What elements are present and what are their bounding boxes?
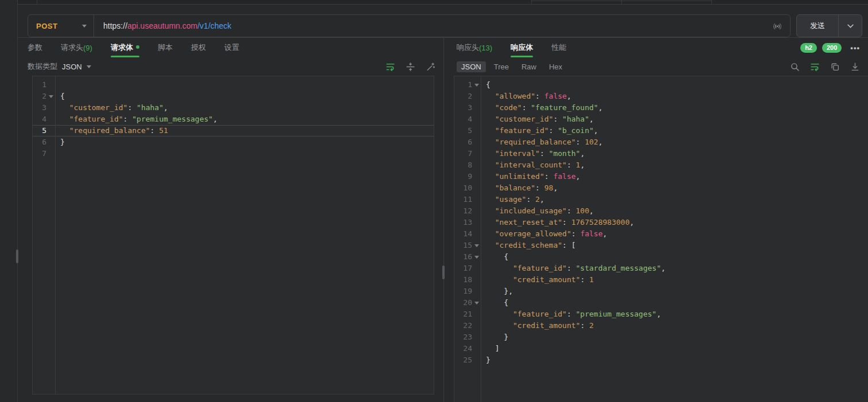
- line-number: 6: [468, 136, 472, 148]
- fold-caret-icon[interactable]: [474, 302, 479, 307]
- tab-auth[interactable]: 授权: [191, 38, 206, 57]
- code-line: 12 "included_usage": 100,: [454, 205, 868, 217]
- tab-divider: [711, 0, 712, 5]
- datatype-value[interactable]: JSON: [62, 63, 82, 71]
- response-body-editor[interactable]: 1{2 "allowed": false,3 "code": "feature_…: [454, 76, 868, 402]
- method-select[interactable]: POST: [28, 15, 94, 37]
- code-line: 21 "feature_id": "premium_messages",: [454, 309, 868, 320]
- code-line: 23 }: [454, 331, 868, 343]
- code-line: 15 "credit_schema": [: [454, 240, 868, 251]
- tab-label: 响应头: [457, 42, 479, 53]
- line-number: 14: [463, 228, 472, 240]
- line-number: 24: [463, 343, 472, 354]
- response-tabs: 响应头(13) 响应体 性能 h2 200 •••: [444, 38, 868, 57]
- view-tab-tree[interactable]: Tree: [489, 61, 513, 72]
- tab-top-edge: [531, 1, 711, 1]
- code-line: 19 },: [454, 286, 868, 297]
- code-line: 22 "credit_amount": 2: [454, 320, 868, 331]
- method-label: POST: [36, 22, 57, 30]
- search-icon[interactable]: [788, 60, 801, 73]
- line-number: 5: [42, 125, 46, 136]
- fold-caret-icon[interactable]: [474, 244, 479, 249]
- more-options-icon[interactable]: •••: [850, 44, 860, 52]
- panel-resize-handle[interactable]: [442, 266, 445, 279]
- chevron-down-icon[interactable]: [87, 65, 91, 71]
- code-line: 10 "balance": 98,: [454, 182, 868, 194]
- line-number: 4: [42, 114, 46, 125]
- tab-count: (9): [83, 44, 92, 52]
- line-number: 22: [463, 320, 472, 331]
- tab-request-body[interactable]: 请求体: [111, 38, 139, 57]
- response-toolbar-icons: [788, 57, 861, 76]
- fold-caret-icon[interactable]: [474, 84, 479, 89]
- send-button[interactable]: 发送: [797, 15, 838, 37]
- line-number: 2: [468, 91, 472, 102]
- response-view-row: JSON Tree Raw Hex: [444, 57, 868, 76]
- request-body-editor[interactable]: 12{3 "customer_id": "haha",4 "feature_id…: [32, 76, 434, 395]
- tab-performance[interactable]: 性能: [551, 38, 566, 57]
- code-line: 9 "unlimited": false,: [454, 171, 868, 182]
- line-number: 15: [463, 240, 472, 251]
- send-options-button[interactable]: [838, 15, 862, 37]
- code-line: 4 "feature_id": "premium_messages",: [33, 114, 434, 125]
- code-line: 2 "allowed": false,: [454, 91, 868, 102]
- body-type-row: 数据类型 JSON: [18, 57, 443, 76]
- line-number: 12: [463, 205, 472, 217]
- code-line: 5 "required_balance": 51: [33, 125, 434, 136]
- line-number: 8: [468, 159, 472, 171]
- format-magic-wand-icon[interactable]: [424, 60, 437, 73]
- tab-response-headers[interactable]: 响应头(13): [457, 38, 492, 57]
- code-line: 6}: [33, 136, 434, 148]
- code-line: 11 "usage": 2,: [454, 194, 868, 205]
- send-button-group: 发送: [796, 14, 862, 37]
- view-tab-json[interactable]: JSON: [457, 61, 486, 72]
- gutter-divider: [55, 76, 56, 394]
- word-wrap-icon[interactable]: [384, 60, 396, 73]
- word-wrap-icon[interactable]: [808, 60, 821, 73]
- code-line: 13 "next_reset_at": 1767528983000,: [454, 217, 868, 228]
- response-panel: 响应头(13) 响应体 性能 h2 200 ••• JSON Tree Raw …: [443, 38, 868, 402]
- realtime-broadcast-icon[interactable]: [772, 21, 783, 33]
- tab-label: 性能: [551, 42, 566, 53]
- line-number: 11: [463, 194, 472, 205]
- line-number: 1: [468, 79, 472, 91]
- line-number: 1: [42, 79, 46, 91]
- fold-caret-icon[interactable]: [49, 95, 53, 100]
- line-number: 25: [463, 354, 472, 366]
- line-number: 18: [463, 274, 472, 286]
- tab-label: 参数: [28, 42, 42, 53]
- view-tab-hex[interactable]: Hex: [544, 61, 567, 72]
- code-line: 3 "code": "feature_found",: [454, 102, 868, 114]
- tab-params[interactable]: 参数: [28, 38, 42, 57]
- tab-response-body[interactable]: 响应体: [511, 38, 533, 57]
- line-number: 3: [468, 102, 472, 114]
- line-number: 7: [468, 148, 472, 159]
- protocol-badge: h2: [800, 43, 817, 53]
- code-line: 20 {: [454, 297, 868, 309]
- chevron-down-icon: [847, 24, 854, 28]
- copy-icon[interactable]: [828, 60, 841, 73]
- url-scheme: https://: [103, 21, 127, 30]
- tab-settings[interactable]: 设置: [224, 38, 239, 57]
- request-toolbar: POST https://api.useautumn.com/v1/check …: [18, 5, 868, 38]
- code-lines: 1{2 "allowed": false,3 "code": "feature_…: [454, 76, 868, 366]
- tab-label: 响应体: [511, 42, 533, 53]
- tab-label: 请求体: [111, 42, 133, 53]
- line-number: 7: [42, 148, 46, 159]
- url-input[interactable]: https://api.useautumn.com/v1/check: [94, 15, 790, 37]
- code-line: 14 "overage_allowed": false,: [454, 228, 868, 240]
- tab-divider: [37, 0, 37, 5]
- sidebar-resize-handle[interactable]: [16, 249, 18, 263]
- line-number: 21: [463, 309, 472, 320]
- fold-caret-icon[interactable]: [474, 256, 479, 261]
- download-icon[interactable]: [848, 60, 861, 73]
- fold-all-icon[interactable]: [404, 60, 417, 73]
- line-number: 10: [463, 182, 472, 194]
- app-tabbar-sliver: [18, 0, 868, 5]
- code-line: 17 "feature_id": "stardard_messages",: [454, 263, 868, 274]
- tab-scripts[interactable]: 脚本: [158, 38, 173, 57]
- tab-request-headers[interactable]: 请求头(9): [61, 38, 92, 57]
- url-host: api.useautumn.com: [127, 21, 197, 30]
- view-tab-raw[interactable]: Raw: [517, 61, 541, 72]
- line-number: 9: [468, 171, 472, 182]
